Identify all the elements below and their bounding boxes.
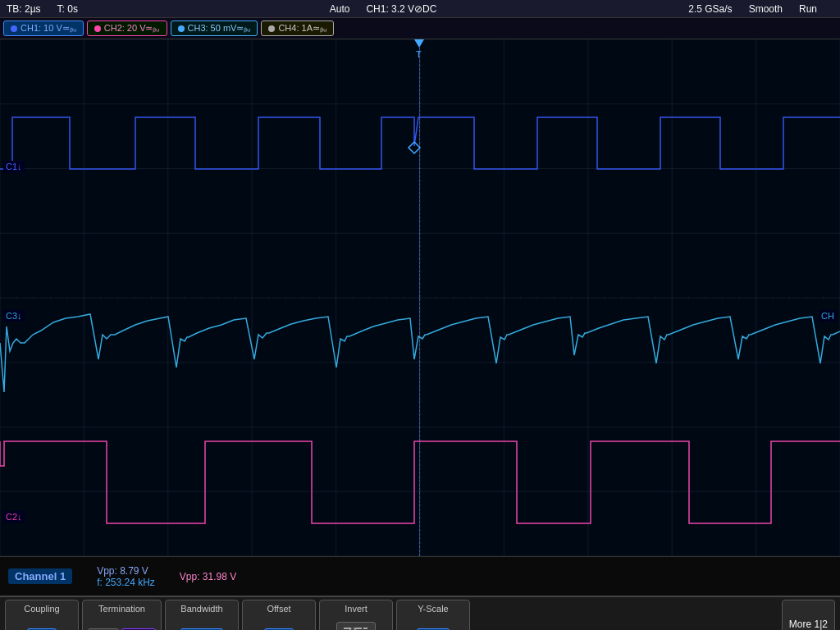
- bandwidth-control: Bandwidth 20MHz: [165, 600, 239, 630]
- channel1-label[interactable]: Channel 1: [8, 568, 72, 584]
- ch3-right-label: CH: [819, 310, 837, 322]
- time-display: T: 0s: [57, 3, 78, 15]
- more-button[interactable]: More 1|2: [782, 600, 835, 630]
- timebase-display: TB: 2µs: [7, 3, 41, 15]
- ch4-label: CH4: 1A≃ᵦᵤ: [278, 23, 326, 34]
- ch2-badge[interactable]: CH2: 20 V≃ᵦᵤ: [87, 21, 167, 36]
- yscale-label: Y-Scale: [418, 604, 449, 614]
- smooth-label: Smooth: [749, 3, 783, 15]
- top-status-bar: TB: 2µs T: 0s Auto CH1: 3.2 V⊘DC 2.5 GSa…: [0, 0, 840, 18]
- channel1-section: Channel 1: [8, 568, 72, 584]
- termination-control: Termination 50Ω 1MΩ: [82, 600, 162, 630]
- ch3-label: CH3: 50 mV≃ᵦᵤ: [188, 23, 251, 34]
- invert-control: Invert: [319, 600, 393, 630]
- sample-rate: 2.5 GSa/s: [688, 3, 732, 15]
- ch1-waveform: [0, 117, 840, 169]
- offset-label: Offset: [267, 604, 290, 614]
- ch2-dot: [94, 25, 101, 32]
- ch4-badge[interactable]: CH4: 1A≃ᵦᵤ: [261, 21, 334, 36]
- offset-control: Offset Off: [242, 600, 316, 630]
- coupling-control: Coupling DC: [5, 600, 79, 630]
- ch2-label: CH2: 20 V≃ᵦᵤ: [104, 23, 160, 34]
- ch1-dot: [11, 25, 17, 32]
- vpp-pink-section: Vpp: 31.98 V: [180, 571, 236, 582]
- info-bar: Channel 1 Vpp: 8.79 V f: 253.24 kHz Vpp:…: [0, 556, 840, 596]
- measurements-section: Vpp: 8.79 V f: 253.24 kHz: [97, 565, 155, 588]
- ch3-badge[interactable]: CH3: 50 mV≃ᵦᵤ: [171, 21, 258, 36]
- freq-display: f: 253.24 kHz: [97, 577, 155, 588]
- ch3-waveform: [0, 314, 840, 392]
- vpp-pink: Vpp: 31.98 V: [180, 571, 236, 582]
- invert-icon: [344, 625, 368, 630]
- ch2-scope-label: C2↓: [3, 511, 25, 523]
- ch4-dot: [268, 25, 275, 32]
- ch1-label: CH1: 10 V≃ᵦᵤ: [21, 23, 76, 34]
- ch3-scope-label: C3↓: [3, 310, 25, 322]
- scope-display: T C1↓ C3↓ CH C2↓: [0, 39, 840, 556]
- waveform-display: [0, 39, 840, 556]
- ch1-info: CH1: 3.2 V⊘DC: [366, 3, 436, 15]
- vpp-blue: Vpp: 8.79 V: [97, 565, 155, 577]
- ch1-scope-label: C1↓: [3, 161, 25, 172]
- ch2-waveform: [0, 441, 840, 523]
- termination-label: Termination: [98, 604, 145, 614]
- channel-header-bar: CH1: 10 V≃ᵦᵤ CH2: 20 V≃ᵦᵤ CH3: 50 mV≃ᵦᵤ …: [0, 18, 840, 39]
- trigger-mode: Auto: [330, 3, 350, 15]
- invert-buttons: [336, 622, 376, 630]
- bandwidth-label: Bandwidth: [180, 604, 222, 614]
- yscale-control: Y-Scale 10 V: [396, 600, 470, 630]
- controls-bar: Coupling DC Termination 50Ω 1MΩ Bandwidt…: [0, 596, 840, 630]
- ch3-dot: [178, 25, 185, 32]
- coupling-label: Coupling: [24, 604, 59, 614]
- invert-label: Invert: [345, 604, 368, 614]
- invert-symbol-button[interactable]: [336, 622, 376, 630]
- ch1-badge[interactable]: CH1: 10 V≃ᵦᵤ: [3, 21, 84, 36]
- run-status: Run: [799, 3, 817, 15]
